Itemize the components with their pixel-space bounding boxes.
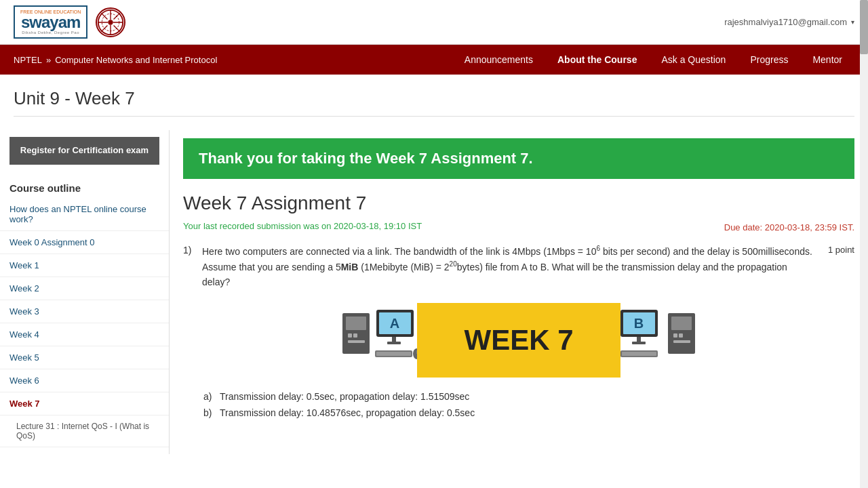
user-email: rajeshmalviya1710@gmail.com <box>724 17 847 27</box>
svg-rect-29 <box>673 340 690 343</box>
user-dropdown-arrow[interactable]: ▾ <box>851 18 854 26</box>
nav-mentor[interactable]: Mentor <box>800 45 854 75</box>
nav-announcements[interactable]: Announcements <box>452 45 545 75</box>
svg-point-37 <box>620 348 621 359</box>
svg-rect-15 <box>348 340 365 343</box>
due-info: Due date: 2020-03-18, 23:59 IST. <box>724 222 854 232</box>
question-number: 1) <box>183 243 197 256</box>
swayam-text: swayam <box>21 14 80 30</box>
svg-rect-22 <box>376 352 411 356</box>
sidebar-item-week6[interactable]: Week 6 <box>0 369 169 392</box>
wheel-logo <box>96 7 125 37</box>
nav-progress[interactable]: Progress <box>738 45 800 75</box>
thank-you-banner: Thank you for taking the Week 7 Assignme… <box>183 138 854 179</box>
nav-about-course[interactable]: About the Course <box>545 45 649 75</box>
svg-text:A: A <box>390 316 399 331</box>
svg-rect-13 <box>348 333 352 338</box>
sidebar-item-nptel-intro[interactable]: How does an NPTEL online course work? <box>0 198 169 231</box>
points-label: 1 point <box>828 243 854 255</box>
page-title: Unit 9 - Week 7 <box>14 88 854 109</box>
svg-rect-26 <box>671 317 692 330</box>
breadcrumb-home[interactable]: NPTEL <box>14 55 42 65</box>
svg-rect-14 <box>353 333 357 338</box>
assignment-title: Week 7 Assignment 7 <box>183 192 854 214</box>
svg-rect-28 <box>679 333 683 338</box>
svg-rect-36 <box>622 352 656 356</box>
breadcrumb-course: Computer Networks and Internet Protocol <box>55 55 217 65</box>
svg-rect-20 <box>387 342 401 344</box>
nav-ask-question[interactable]: Ask a Question <box>649 45 738 75</box>
option-b-text: Transmission delay: 10.48576sec, propaga… <box>220 407 475 418</box>
option-a-label: a) <box>203 391 214 402</box>
swayam-logo[interactable]: FREE ONLINE EDUCATION swayam Diksha Dekh… <box>14 5 87 39</box>
svg-rect-12 <box>346 317 366 330</box>
sidebar-item-week0[interactable]: Week 0 Assignment 0 <box>0 231 169 254</box>
nav-bar: NPTEL » Computer Networks and Internet P… <box>0 45 868 75</box>
question-row: 1) Here two computers are connected via … <box>183 243 854 289</box>
svg-point-1 <box>108 20 113 24</box>
scrollbar[interactable] <box>860 0 868 454</box>
breadcrumb: NPTEL » Computer Networks and Internet P… <box>14 55 217 65</box>
svg-rect-27 <box>673 333 677 338</box>
swayam-tagline: Diksha Dekhe, Degree Pao <box>22 30 79 35</box>
sidebar: Register for Certification exam Course o… <box>0 130 170 454</box>
svg-rect-33 <box>637 337 641 342</box>
sidebar-item-week4[interactable]: Week 4 <box>0 323 169 346</box>
question-text-part1: Here two computers are connected via a l… <box>202 246 812 287</box>
content-area: Thank you for taking the Week 7 Assignme… <box>170 130 868 454</box>
sidebar-item-week2[interactable]: Week 2 <box>0 277 169 300</box>
answer-option-b: b) Transmission delay: 10.48576sec, prop… <box>203 407 854 418</box>
sidebar-item-lecture31[interactable]: Lecture 31 : Internet QoS - I (What is Q… <box>0 415 169 447</box>
register-certification-button[interactable]: Register for Certification exam <box>9 137 159 165</box>
option-a-text: Transmission delay: 0.5sec, propagation … <box>220 391 469 402</box>
sidebar-item-week3[interactable]: Week 3 <box>0 300 169 323</box>
svg-rect-34 <box>632 342 646 344</box>
main-layout: Register for Certification exam Course o… <box>0 130 868 454</box>
sidebar-item-week1[interactable]: Week 1 <box>0 254 169 277</box>
answer-options: a) Transmission delay: 0.5sec, propagati… <box>203 391 854 418</box>
submission-info: Your last recorded submission was on 202… <box>183 221 422 231</box>
top-header: FREE ONLINE EDUCATION swayam Diksha Dekh… <box>0 0 868 45</box>
sidebar-item-week5[interactable]: Week 5 <box>0 346 169 369</box>
page-title-bar: Unit 9 - Week 7 <box>0 75 868 130</box>
computer-a: A <box>329 306 417 374</box>
title-divider <box>14 116 854 117</box>
week7-visual: A WEEK 7 <box>183 303 854 378</box>
svg-rect-19 <box>392 337 396 342</box>
svg-text:B: B <box>634 316 644 331</box>
info-row: Your last recorded submission was on 202… <box>183 221 854 234</box>
nav-links: Announcements About the Course Ask a Que… <box>452 45 854 75</box>
breadcrumb-separator: » <box>46 55 51 65</box>
scrollbar-thumb[interactable] <box>860 0 868 54</box>
sidebar-item-week7[interactable]: Week 7 <box>0 392 169 415</box>
question-block: 1) Here two computers are connected via … <box>183 243 854 289</box>
computer-b: B <box>620 306 709 374</box>
question-content: Here two computers are connected via a l… <box>202 243 816 289</box>
user-area[interactable]: rajeshmalviya1710@gmail.com ▾ <box>724 17 854 27</box>
answer-option-a: a) Transmission delay: 0.5sec, propagati… <box>203 391 854 402</box>
logo-area: FREE ONLINE EDUCATION swayam Diksha Dekh… <box>14 5 125 39</box>
svg-line-6 <box>102 13 108 19</box>
course-outline-title: Course outline <box>0 176 169 198</box>
week7-badge: WEEK 7 <box>417 303 620 378</box>
option-b-label: b) <box>203 407 214 418</box>
